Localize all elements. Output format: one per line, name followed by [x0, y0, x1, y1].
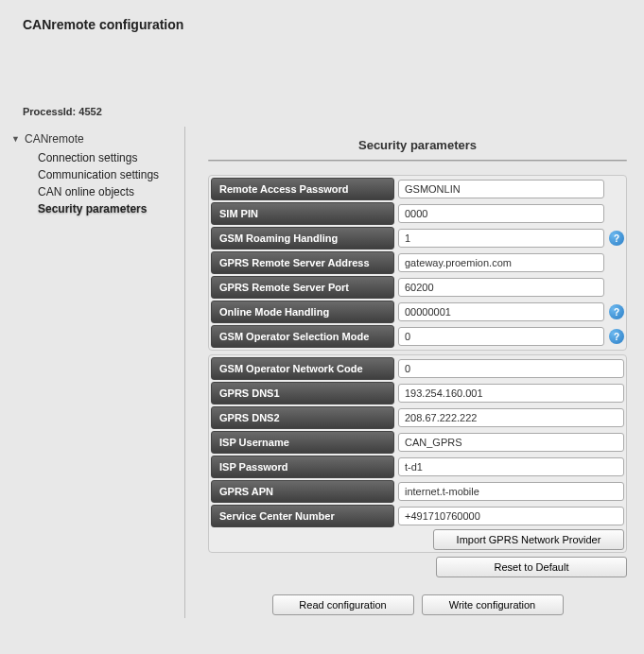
tree-root-label: CANremote	[25, 132, 84, 146]
input-gprs-server-port[interactable]	[398, 278, 604, 297]
row-gsm-roaming: GSM Roaming Handling ?	[211, 227, 624, 250]
input-isp-username[interactable]	[398, 433, 624, 452]
row-gprs-dns2: GPRS DNS2	[211, 406, 624, 429]
input-gprs-apn[interactable]	[398, 482, 624, 501]
label-gprs-server-address: GPRS Remote Server Address	[211, 251, 394, 274]
divider	[208, 160, 627, 162]
row-gprs-apn: GPRS APN	[211, 480, 624, 503]
input-online-mode[interactable]	[398, 302, 604, 321]
input-gsm-operator-mode[interactable]	[398, 327, 604, 346]
input-gprs-dns2[interactable]	[398, 408, 624, 427]
tree-root-canremote[interactable]: ▼ CANremote	[11, 132, 184, 146]
input-isp-password[interactable]	[398, 457, 624, 476]
input-remote-access-password[interactable]	[398, 180, 604, 198]
input-sim-pin[interactable]	[398, 204, 604, 223]
label-gprs-dns1: GPRS DNS1	[211, 382, 394, 404]
row-gprs-server-port: GPRS Remote Server Port	[211, 276, 624, 299]
row-gsm-network-code: GSM Operator Network Code	[211, 357, 624, 380]
label-isp-username: ISP Username	[211, 431, 394, 454]
row-service-center: Service Center Number	[211, 505, 624, 527]
read-configuration-button[interactable]: Read configuration	[272, 594, 414, 615]
input-gprs-server-address[interactable]	[398, 253, 604, 272]
import-gprs-button[interactable]: Import GPRS Network Provider	[433, 529, 624, 550]
help-icon[interactable]: ?	[609, 304, 624, 319]
sidebar-item-security-parameters[interactable]: Security parameters	[38, 200, 184, 217]
row-remote-access-password: Remote Access Password	[211, 178, 624, 200]
reset-default-button[interactable]: Reset to Default	[436, 557, 627, 577]
bottom-button-row: Read configuration Write configuration	[208, 594, 627, 615]
sidebar-item-communication-settings[interactable]: Communication settings	[38, 166, 184, 183]
row-isp-password: ISP Password	[211, 456, 624, 478]
label-gprs-server-port: GPRS Remote Server Port	[211, 276, 394, 299]
input-gsm-network-code[interactable]	[398, 359, 624, 378]
chevron-down-icon: ▼	[11, 134, 21, 144]
row-gprs-dns1: GPRS DNS1	[211, 382, 624, 404]
sidebar-item-can-online-objects[interactable]: CAN online objects	[38, 183, 184, 200]
sidebar-item-connection-settings[interactable]: Connection settings	[38, 149, 184, 166]
label-isp-password: ISP Password	[211, 456, 394, 478]
row-gprs-server-address: GPRS Remote Server Address	[211, 251, 624, 274]
input-service-center[interactable]	[398, 507, 624, 525]
tree-children: Connection settings Communication settin…	[11, 149, 184, 217]
main-panel: Security parameters Remote Access Passwo…	[185, 127, 644, 618]
row-online-mode: Online Mode Handling ?	[211, 301, 624, 323]
label-gsm-operator-mode: GSM Operator Selection Mode	[211, 325, 394, 348]
section-title: Security parameters	[208, 138, 627, 160]
button-row-import: Import GPRS Network Provider	[211, 529, 624, 550]
row-sim-pin: SIM PIN	[211, 202, 624, 225]
row-gsm-operator-mode: GSM Operator Selection Mode ?	[211, 325, 624, 348]
row-isp-username: ISP Username	[211, 431, 624, 454]
label-remote-access-password: Remote Access Password	[211, 178, 394, 200]
label-gsm-roaming: GSM Roaming Handling	[211, 227, 394, 250]
label-gsm-network-code: GSM Operator Network Code	[211, 357, 394, 380]
button-row-reset: Reset to Default	[208, 557, 627, 577]
help-icon[interactable]: ?	[609, 231, 624, 246]
input-gprs-dns1[interactable]	[398, 384, 624, 403]
label-sim-pin: SIM PIN	[211, 202, 394, 225]
form-group-1: Remote Access Password SIM PIN GSM Roami…	[208, 175, 627, 351]
write-configuration-button[interactable]: Write configuration	[422, 594, 564, 615]
process-id: ProcessId: 4552	[0, 32, 644, 127]
label-gprs-dns2: GPRS DNS2	[211, 406, 394, 429]
label-online-mode: Online Mode Handling	[211, 301, 394, 323]
help-icon[interactable]: ?	[609, 329, 624, 344]
page-title: CANremote configuration	[0, 0, 644, 32]
label-service-center: Service Center Number	[211, 505, 394, 527]
sidebar: ▼ CANremote Connection settings Communic…	[6, 127, 185, 618]
label-gprs-apn: GPRS APN	[211, 480, 394, 503]
input-gsm-roaming[interactable]	[398, 229, 604, 248]
form-group-2: GSM Operator Network Code GPRS DNS1 GPRS…	[208, 354, 627, 553]
